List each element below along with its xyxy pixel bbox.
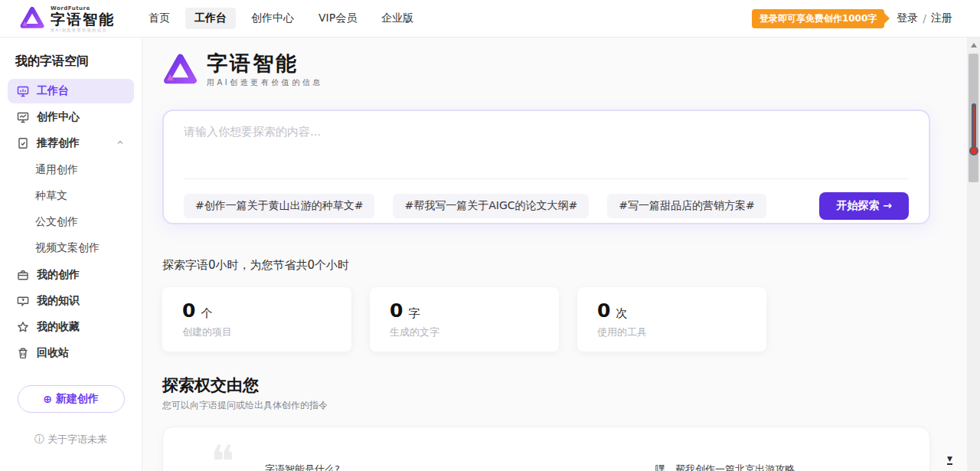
search-input[interactable] — [184, 125, 909, 172]
register-link[interactable]: 注册 — [931, 11, 952, 25]
sidebar-title: 我的字语空间 — [15, 54, 142, 70]
stat-label: 创建的项目 — [182, 325, 332, 339]
stat-value: 0 — [597, 299, 610, 322]
sidebar-item-my-creations[interactable]: 我的创作 — [8, 263, 134, 287]
about-label: 关于字语未来 — [47, 433, 107, 446]
example-instruction: 嘿，帮我创作一篇北京出游攻略 — [655, 463, 795, 471]
stat-value: 0 — [182, 299, 195, 322]
sidebar-item-label: 回收站 — [37, 346, 69, 360]
scrollbar-up-arrow-icon[interactable] — [967, 40, 980, 51]
login-promo-badge[interactable]: 登录即可享免费创作1000字 — [752, 9, 884, 28]
sidebar-item-label: 工作台 — [37, 84, 69, 98]
plus-circle-icon: ⊕ — [43, 393, 52, 405]
example-quote-card: ❝ 字语智能是什么? 嘿，帮我创作一篇北京出游攻略 — [162, 427, 930, 471]
auth-links: 登录 / 注册 — [897, 11, 952, 25]
suggestion-chip-huangshan[interactable]: #创作一篇关于黄山出游的种草文# — [184, 194, 374, 218]
brand-name: 字语智能 — [51, 11, 115, 28]
login-link[interactable]: 登录 — [897, 11, 918, 25]
stats-cards: 0 个 创建的项目 0 字 生成的文字 0 次 使用的工具 — [162, 287, 766, 352]
stat-label: 使用的工具 — [597, 325, 746, 339]
stat-card-projects: 0 个 创建的项目 — [162, 287, 351, 352]
star-icon — [17, 321, 29, 333]
stat-card-words: 0 字 生成的文字 — [370, 287, 559, 352]
nav-creation-center[interactable]: 创作中心 — [242, 8, 303, 29]
header-right: 登录即可享免费创作1000字 登录 / 注册 — [752, 9, 952, 28]
sidebar-item-my-favorites[interactable]: 我的收藏 — [8, 315, 134, 339]
sidebar-item-label: 我的创作 — [37, 268, 80, 282]
triangle-logo-icon — [162, 52, 198, 88]
example-question: 字语智能是什么? — [265, 463, 340, 471]
stat-unit: 个 — [201, 306, 212, 321]
stats-summary: 探索字语0小时，为您节省共0个小时 — [162, 258, 349, 273]
nav-home[interactable]: 首页 — [139, 8, 179, 29]
vertical-scrollbar[interactable] — [967, 38, 980, 471]
dashboard-monitor-icon — [17, 85, 29, 97]
sidebar-item-recommended[interactable]: 推荐创作 — [8, 131, 134, 155]
new-creation-button[interactable]: ⊕ 新建创作 — [18, 385, 125, 413]
thermometer-icon — [969, 103, 978, 155]
sidebar-subitem-video-copy[interactable]: 视频文案创作 — [0, 235, 142, 261]
sidebar-item-label: 推荐创作 — [37, 136, 80, 150]
sidebar-item-workbench[interactable]: 工作台 — [8, 79, 134, 103]
top-header: WordFuture 字语智能 用AI创造更有价值的信息 首页 工作台 创作中心… — [0, 0, 980, 38]
new-creation-label: 新建创作 — [56, 392, 99, 406]
auth-separator: / — [923, 12, 926, 25]
briefcase-icon — [17, 269, 29, 281]
explore-section-title: 探索权交由您 — [162, 375, 259, 396]
start-explore-button[interactable]: 开始探索 → — [819, 192, 909, 220]
stat-value: 0 — [390, 299, 403, 322]
nav-workbench[interactable]: 工作台 — [185, 8, 236, 29]
sidebar: 我的字语空间 工作台 创作中心 推荐创作 通用创作 种草文 公文创作 视频文案创… — [0, 38, 142, 471]
scroll-down-indicator-icon[interactable]: ▼ — [947, 456, 952, 465]
chevron-up-icon[interactable] — [116, 137, 125, 149]
document-check-icon — [17, 137, 29, 149]
sidebar-item-label: 创作中心 — [37, 110, 80, 124]
stat-unit: 字 — [408, 306, 420, 321]
explore-section-subtitle: 您可以向字语提问或给出具体创作的指令 — [162, 399, 328, 412]
nav-vip[interactable]: VIP会员 — [309, 8, 366, 29]
sidebar-item-label: 我的收藏 — [37, 320, 80, 334]
stat-label: 生成的文字 — [390, 325, 539, 339]
sidebar-subitem-seeding[interactable]: 种草文 — [0, 183, 142, 209]
suggestion-chip-aigc[interactable]: #帮我写一篇关于AIGC的论文大纲# — [393, 194, 589, 218]
brand-logo[interactable]: WordFuture 字语智能 用AI创造更有价值的信息 — [19, 5, 115, 32]
trash-icon — [17, 347, 29, 359]
chart-monitor-icon — [17, 111, 29, 123]
sidebar-item-my-knowledge[interactable]: 我的知识 — [8, 289, 134, 313]
stat-card-tools: 0 次 使用的工具 — [577, 287, 766, 352]
search-panel: #创作一篇关于黄山出游的种草文# #帮我写一篇关于AIGC的论文大纲# #写一篇… — [162, 110, 930, 224]
panel-divider — [184, 178, 909, 179]
hero-brand: 字语智能 用AI创造更有价值的信息 — [162, 52, 323, 88]
question-bubble-icon — [17, 295, 29, 307]
about-link[interactable]: ⓘ 关于字语未来 — [0, 433, 142, 446]
main-nav: 首页 工作台 创作中心 VIP会员 企业版 — [139, 8, 423, 29]
nav-enterprise[interactable]: 企业版 — [372, 8, 423, 29]
info-icon: ⓘ — [34, 433, 44, 446]
suggestion-chips-row: #创作一篇关于黄山出游的种草文# #帮我写一篇关于AIGC的论文大纲# #写一篇… — [184, 192, 909, 220]
sidebar-subitem-official[interactable]: 公文创作 — [0, 209, 142, 235]
main-content: 字语智能 用AI创造更有价值的信息 #创作一篇关于黄山出游的种草文# #帮我写一… — [142, 38, 967, 471]
sidebar-item-recycle-bin[interactable]: 回收站 — [8, 341, 134, 365]
sidebar-item-creation-center[interactable]: 创作中心 — [8, 105, 134, 129]
hero-brand-name: 字语智能 — [207, 52, 323, 75]
sidebar-subitem-general[interactable]: 通用创作 — [0, 157, 142, 183]
triangle-logo-icon — [19, 5, 45, 31]
stat-unit: 次 — [616, 306, 627, 321]
sidebar-item-label: 我的知识 — [37, 294, 80, 308]
suggestion-chip-dessert[interactable]: #写一篇甜品店的营销方案# — [607, 194, 766, 218]
hero-brand-tagline: 用AI创造更有价值的信息 — [207, 77, 323, 88]
brand-microtagline: 用AI创造更有价值的信息 — [51, 28, 115, 32]
quote-icon: ❝ — [211, 440, 234, 471]
